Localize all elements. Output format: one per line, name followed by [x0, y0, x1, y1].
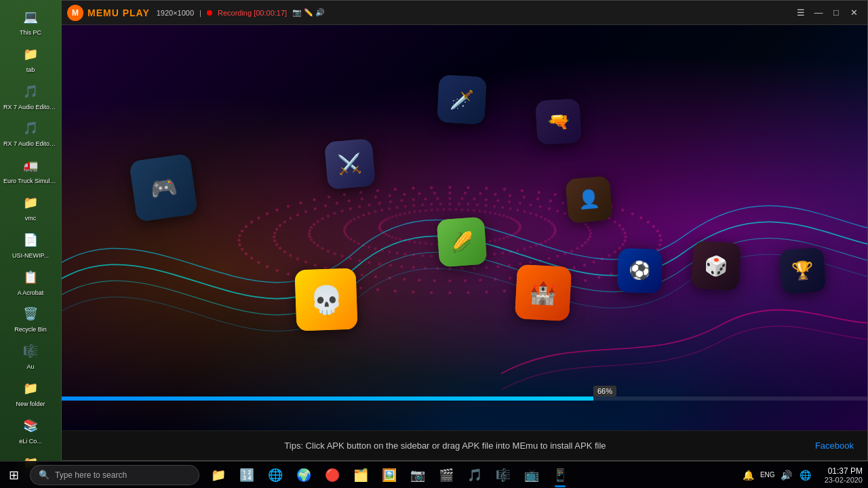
recording-separator: | — [199, 9, 201, 17]
desktop: 💻 This PC 📁 tab 🎵 RX 7 Audio Editor (6d.… — [0, 0, 61, 461]
icon-label-vmc: vmc — [25, 215, 37, 222]
menu-button[interactable]: ☰ — [793, 5, 809, 21]
language-icon[interactable]: ENG — [760, 467, 776, 483]
game-icon-brawl-stars: 💀 — [294, 268, 357, 331]
icon-img-elearning: 📚 — [20, 415, 41, 436]
start-button[interactable]: ⊞ — [0, 462, 27, 489]
desktop-icon-tab[interactable]: 📁 tab — [3, 41, 58, 77]
recording-icons: 📷 ✏️ 🔊 — [292, 8, 325, 17]
game-icon-clash-of-clans: 🏰 — [515, 264, 572, 321]
icon-img-pdf: 📄 — [20, 229, 41, 251]
memu-loading-screen: 🎮 ⚔️ 🗡️ 🔫 👤 💀 🌽 🏰 — [62, 25, 867, 430]
game-icon-pubg: 🎮 — [129, 153, 198, 222]
desktop-icon-rx7-audio-1[interactable]: 🎵 RX 7 Audio Editor (6d... — [3, 78, 58, 114]
maximize-button[interactable]: □ — [828, 5, 844, 21]
taskbar-app-cakewalk[interactable]: 🎼 — [490, 462, 517, 489]
memu-titlebar: M MEMU PLAY 1920×1000 | Recording [00:00… — [62, 1, 867, 25]
recording-time: Recording [00:00:17] — [218, 9, 287, 17]
desktop-icon-new-folder[interactable]: 📁 New folder — [3, 375, 58, 411]
clock-date: 23-02-2020 — [825, 476, 863, 484]
taskbar-app-premiere[interactable]: 🎬 — [433, 462, 460, 489]
icon-label-elearning: eLi Co... — [19, 438, 42, 445]
desktop-icon-acrobat[interactable]: 📋 A Acrobat — [3, 264, 58, 300]
memu-window: M MEMU PLAY 1920×1000 | Recording [00:00… — [61, 0, 868, 461]
taskbar-app-rog[interactable]: 🔴 — [319, 462, 346, 489]
icon-img-this-pc: 💻 — [20, 6, 41, 28]
icon-img-acrobat: 📋 — [20, 266, 41, 288]
icon-label-au: Au — [26, 363, 34, 371]
game-icon-right2: 🏆 — [779, 247, 826, 294]
icon-img-new-folder: 📁 — [20, 378, 41, 399]
game-icon-shooter: 🔫 — [535, 98, 581, 144]
taskbar-app-photoshop[interactable]: 🖼️ — [376, 462, 403, 489]
search-placeholder: Type here to search — [55, 470, 127, 480]
memu-tips-bar: Tips: Click APK button on the sidebar or… — [62, 430, 867, 460]
facebook-link[interactable]: Facebook — [815, 441, 854, 451]
icon-label-rx7-audio-2: RX 7 Audio Editor (32... — [3, 140, 58, 148]
icon-label-pdf: USI-NEWIP... — [12, 252, 49, 260]
desktop-icon-au[interactable]: 🎼 Au — [3, 338, 58, 373]
volume-icon[interactable]: 🔊 — [778, 467, 795, 483]
icon-label-euro-truck: Euro Truck Simulator... — [3, 178, 58, 185]
taskbar-app-calculator[interactable]: 🔢 — [233, 462, 260, 489]
game-icon-clash-royale: ⚔️ — [324, 138, 376, 190]
icon-img-rx7-audio-1: 🎵 — [20, 81, 41, 102]
icon-img-rx7-audio-2: 🎵 — [20, 117, 41, 139]
icon-img-euro-truck: 🚛 — [20, 155, 41, 176]
network-icon[interactable]: 🌐 — [797, 467, 814, 483]
memu-logo-icon: M — [67, 5, 83, 21]
windows-taskbar: ⊞ 🔍 Type here to search 📁🔢🌐🌍🔴🗂️🖼️📷🎬🎵🎼📺📱 … — [0, 461, 868, 488]
taskbar-search[interactable]: 🔍 Type here to search — [30, 465, 199, 485]
desktop-icon-elearning[interactable]: 📚 eLi Co... — [3, 412, 58, 448]
memu-recording-info: 1920×1000 | Recording [00:00:17] 📷 ✏️ 🔊 — [157, 8, 326, 17]
minimize-button[interactable]: — — [810, 5, 827, 21]
notifications-icon[interactable]: 🔔 — [741, 467, 757, 483]
close-button[interactable]: ✕ — [846, 5, 862, 21]
taskbar-app-live[interactable]: 📺 — [518, 462, 545, 489]
icon-img-au: 🎼 — [20, 340, 41, 362]
taskbar-app-lightroom[interactable]: 📷 — [404, 462, 431, 489]
taskbar-app-beatport[interactable]: 🎵 — [461, 462, 488, 489]
progress-label: 66% — [593, 386, 616, 396]
game-icon-fifa: ⚽ — [617, 248, 663, 293]
icon-img-recycle: 🗑️ — [20, 303, 41, 325]
resolution-label: 1920×1000 — [157, 9, 194, 17]
memu-logo-text: MEMU PLAY — [87, 7, 150, 18]
taskbar-pinned-apps: 📁🔢🌐🌍🔴🗂️🖼️📷🎬🎵🎼📺📱 — [205, 462, 574, 489]
taskbar-app-chrome[interactable]: 🌍 — [290, 462, 317, 489]
desktop-icon-euro-truck[interactable]: 🚛 Euro Truck Simulator... — [3, 152, 58, 188]
taskbar-app-edge[interactable]: 🌐 — [262, 462, 289, 489]
icon-img-tab: 📁 — [20, 43, 41, 65]
clock-time: 01:37 PM — [828, 466, 863, 476]
desktop-icon-this-pc[interactable]: 💻 This PC — [3, 3, 58, 39]
tips-text: Tips: Click APK button on the sidebar or… — [75, 441, 815, 451]
desktop-icon-rx7-audio-2[interactable]: 🎵 RX 7 Audio Editor (32... — [3, 115, 58, 150]
icon-label-tab: tab — [26, 66, 35, 74]
system-tray: 🔔 ENG 🔊 🌐 — [735, 467, 819, 483]
icon-label-new-folder: New folder — [16, 401, 45, 408]
memu-logo: M MEMU PLAY — [67, 5, 150, 21]
game-icon-hay-day: 🌽 — [437, 217, 488, 268]
titlebar-controls: ☰ — □ ✕ — [793, 5, 862, 21]
taskbar-app-memu[interactable]: 📱 — [547, 462, 574, 489]
icon-img-vmc: 📁 — [20, 192, 41, 214]
progress-bar — [62, 396, 593, 401]
search-icon: 🔍 — [39, 470, 50, 480]
game-icon-character: 👤 — [565, 176, 612, 223]
taskbar-app-files[interactable]: 🗂️ — [347, 462, 374, 489]
desktop-icon-recycle[interactable]: 🗑️ Recycle Bin — [3, 300, 58, 336]
game-icon-right1: 🎲 — [691, 241, 741, 291]
icon-label-recycle: Recycle Bin — [14, 326, 47, 333]
icon-label-rx7-audio-1: RX 7 Audio Editor (6d... — [3, 104, 58, 111]
desktop-icon-vmc[interactable]: 📁 vmc — [3, 189, 58, 225]
taskbar-clock[interactable]: 01:37 PM 23-02-2020 — [819, 466, 868, 484]
icon-label-acrobat: A Acrobat — [18, 289, 44, 297]
game-icon-mobile-legends: 🗡️ — [437, 75, 487, 125]
taskbar-app-file-explorer[interactable]: 📁 — [205, 462, 232, 489]
desktop-icon-pdf[interactable]: 📄 USI-NEWIP... — [3, 226, 58, 262]
recording-dot — [207, 10, 212, 16]
icon-label-this-pc: This PC — [20, 29, 41, 37]
progress-bar-container — [62, 396, 867, 401]
